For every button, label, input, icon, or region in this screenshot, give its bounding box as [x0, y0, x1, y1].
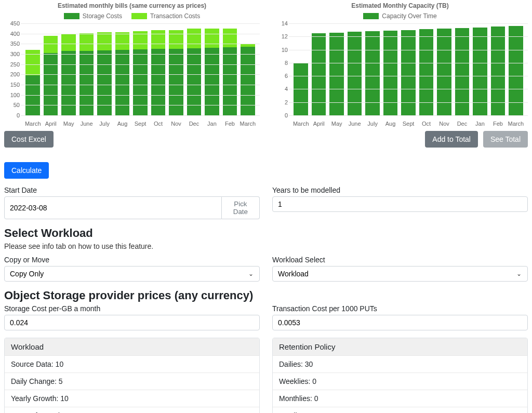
- swatch-icon: [363, 13, 379, 19]
- y-tick: 0: [4, 112, 20, 118]
- copy-or-move-label: Copy or Move: [4, 256, 260, 264]
- bar[interactable]: [169, 30, 183, 115]
- x-tick: Oct: [417, 121, 435, 127]
- x-tick: July: [364, 121, 381, 127]
- x-tick: March: [507, 121, 525, 127]
- y-tick: 4: [272, 86, 288, 92]
- y-tick: 200: [4, 71, 20, 77]
- workload-card: Workload Source Data: 10Daily Change: 5Y…: [4, 338, 260, 413]
- select-workload-hint: Please see info tab on how to use this f…: [4, 242, 528, 250]
- x-tick: Jan: [471, 121, 489, 127]
- bar[interactable]: [187, 29, 202, 115]
- bar[interactable]: [97, 32, 112, 115]
- legend-capacity[interactable]: Capacity Over Time: [363, 12, 436, 20]
- y-tick: 8: [272, 60, 288, 66]
- list-item[interactable]: Yearlies: 0: [273, 407, 527, 413]
- list-item[interactable]: Source Data: 10: [5, 355, 259, 372]
- y-tick: 14: [272, 20, 288, 26]
- bar[interactable]: [205, 29, 219, 115]
- y-tick: 0: [272, 112, 288, 118]
- bar[interactable]: [151, 30, 166, 115]
- bar[interactable]: [365, 31, 380, 115]
- x-tick: April: [42, 121, 59, 127]
- retention-card: Retention Policy Dailies: 30Weeklies: 0M…: [272, 338, 528, 413]
- x-tick: Dec: [185, 121, 203, 127]
- y-tick: 50: [4, 102, 20, 108]
- years-input[interactable]: [272, 196, 528, 212]
- y-tick: 6: [272, 73, 288, 79]
- legend-transaction[interactable]: Transaction Costs: [131, 12, 200, 20]
- capacity-chart: Estimated Monthly Capacity (TB) Capacity…: [272, 2, 528, 148]
- legend-label: Transaction Costs: [150, 12, 200, 20]
- x-tick: Nov: [435, 121, 453, 127]
- x-tick: Jan: [203, 121, 221, 127]
- transaction-cost-label: Transaction Cost per 1000 PUTs: [272, 304, 528, 313]
- y-tick: 300: [4, 51, 20, 57]
- x-tick: May: [60, 121, 77, 127]
- y-tick: 100: [4, 92, 20, 98]
- start-date-input[interactable]: [4, 196, 222, 219]
- x-tick: Aug: [113, 121, 131, 127]
- list-item[interactable]: Move After: 0 days: [5, 407, 259, 413]
- x-tick: Feb: [489, 121, 507, 127]
- swatch-icon: [64, 13, 79, 19]
- copy-or-move-select[interactable]: [4, 266, 260, 282]
- capacity-chart-title: Estimated Monthly Capacity (TB): [272, 2, 528, 9]
- x-tick: Dec: [453, 121, 471, 127]
- legend-label: Storage Costs: [83, 12, 122, 20]
- legend-storage[interactable]: Storage Costs: [64, 12, 122, 20]
- y-tick: 150: [4, 82, 20, 88]
- y-tick: 250: [4, 61, 20, 68]
- cost-chart-title: Estimated monthly bills (same currency a…: [4, 2, 260, 9]
- y-tick: 2: [272, 99, 288, 105]
- x-tick: Oct: [149, 121, 167, 127]
- bar[interactable]: [312, 33, 326, 115]
- workload-card-heading: Workload: [5, 338, 259, 355]
- list-item[interactable]: Dailies: 30: [273, 355, 527, 372]
- cost-excel-button[interactable]: Cost Excel: [4, 131, 54, 148]
- x-tick: March: [292, 121, 310, 127]
- storage-cost-input[interactable]: [4, 315, 260, 330]
- y-tick: 350: [4, 41, 20, 47]
- calculate-button[interactable]: Calculate: [4, 162, 49, 179]
- select-workload-heading: Select Workload: [4, 227, 528, 240]
- list-item[interactable]: Weeklies: 0: [273, 372, 527, 390]
- retention-card-heading: Retention Policy: [273, 338, 527, 355]
- x-tick: Aug: [381, 121, 399, 127]
- workload-select[interactable]: [272, 266, 528, 282]
- x-tick: Sept: [131, 121, 149, 127]
- capacity-chart-legend: Capacity Over Time: [272, 12, 528, 20]
- legend-label: Capacity Over Time: [382, 12, 436, 20]
- start-date-label: Start Date: [4, 186, 260, 194]
- bar[interactable]: [329, 33, 344, 115]
- cost-chart-legend: Storage Costs Transaction Costs: [4, 12, 260, 20]
- cost-chart: Estimated monthly bills (same currency a…: [4, 2, 260, 148]
- bar[interactable]: [348, 32, 362, 115]
- list-item[interactable]: Daily Change: 5: [5, 372, 259, 390]
- x-tick: May: [328, 121, 345, 127]
- years-label: Years to be modelled: [272, 186, 528, 194]
- list-item[interactable]: Monthlies: 0: [273, 390, 527, 407]
- x-tick: June: [345, 121, 363, 127]
- add-to-total-button[interactable]: Add to Total: [425, 131, 478, 148]
- y-tick: 10: [272, 47, 288, 53]
- transaction-cost-input[interactable]: [272, 315, 528, 330]
- x-tick: March: [24, 121, 42, 127]
- y-tick: 450: [4, 20, 20, 26]
- x-tick: March: [239, 121, 257, 127]
- x-tick: April: [310, 121, 327, 127]
- x-tick: Feb: [221, 121, 238, 127]
- y-tick: 12: [272, 33, 288, 39]
- x-tick: Nov: [167, 121, 185, 127]
- pick-date-button[interactable]: Pick Date: [222, 196, 260, 219]
- x-tick: June: [77, 121, 95, 127]
- storage-cost-label: Storage Cost per-GB a month: [4, 304, 260, 313]
- see-total-button[interactable]: See Total: [483, 131, 528, 148]
- bar[interactable]: [44, 36, 58, 115]
- x-tick: July: [96, 121, 113, 127]
- bar[interactable]: [223, 29, 237, 115]
- bar[interactable]: [115, 32, 130, 115]
- swatch-icon: [131, 13, 147, 19]
- list-item[interactable]: Yearly Growth: 10: [5, 390, 259, 407]
- workload-select-label: Workload Select: [272, 256, 528, 264]
